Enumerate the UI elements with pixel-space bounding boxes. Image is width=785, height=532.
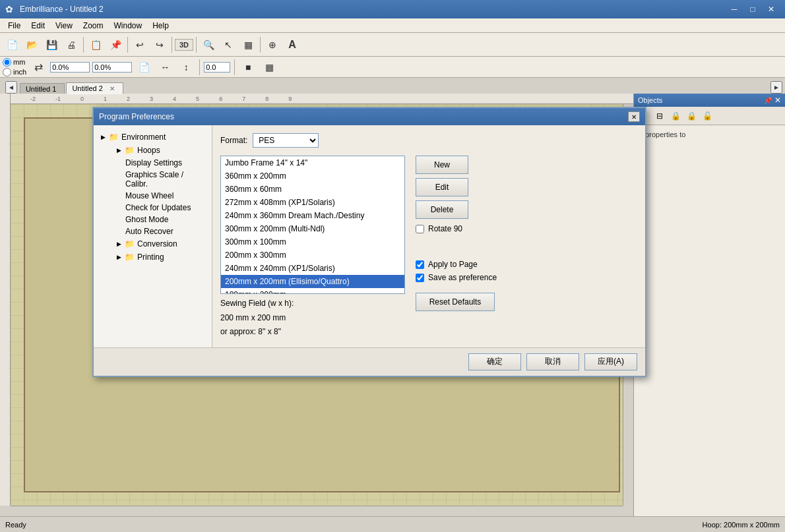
tab-untitled2[interactable]: Untitled 2 ✕	[66, 82, 123, 94]
unit-inch-radio[interactable]	[3, 68, 11, 76]
close-button[interactable]: ✕	[763, 3, 780, 16]
tree-arrow-environment: ▶	[99, 133, 107, 141]
menu-file[interactable]: File	[3, 20, 26, 32]
hoop-item[interactable]: 240mm x 360mm Dream Mach./Destiny	[221, 209, 404, 222]
select-button[interactable]: ↖	[219, 36, 237, 54]
apply-to-page-label: Apply to Page	[428, 260, 478, 269]
unit-mm-radio[interactable]	[3, 58, 11, 67]
new-button[interactable]: 📄	[3, 36, 21, 54]
hoop-item[interactable]: 360mm x 60mm	[221, 183, 404, 196]
stitch-view-button[interactable]: ▦	[239, 36, 257, 54]
objects-panel-label: Objects	[638, 96, 764, 104]
delete-hoop-button[interactable]: Delete	[416, 200, 468, 219]
hoop-item[interactable]: 180mm x 300mm	[221, 288, 404, 294]
hoop-item[interactable]: 300mm x 100mm	[221, 235, 404, 249]
tree-hoops[interactable]: ▶ 📁 Hoops	[96, 144, 209, 157]
tree-mouse-wheel[interactable]: Mouse Wheel	[96, 190, 209, 202]
save-preference-checkbox[interactable]	[416, 274, 424, 282]
tree-display-settings[interactable]: Display Settings	[96, 157, 209, 169]
x-coord-input[interactable]	[50, 62, 90, 73]
tab-untitled1-label: Untitled 1	[26, 85, 56, 93]
page-button[interactable]: 📄	[135, 58, 153, 76]
rotate-label: Rotate 90	[428, 224, 462, 233]
tab-close-icon[interactable]: ✕	[110, 85, 115, 92]
status-hoop: Hoop: 200mm x 200mm	[703, 521, 780, 529]
tree-arrow-printing: ▶	[115, 253, 123, 261]
tab-untitled1[interactable]: Untitled 1	[20, 83, 65, 94]
tree-ghost-mode[interactable]: Ghost Mode	[96, 214, 209, 225]
rotate-row: Rotate 90	[416, 224, 497, 233]
hoop-item[interactable]: 240mm x 240mm (XP1/Solaris)	[221, 262, 404, 275]
redo-button[interactable]: ↪	[150, 36, 169, 54]
new-hoop-button[interactable]: New	[416, 156, 468, 174]
save-button[interactable]: 💾	[42, 36, 61, 54]
grid-btn[interactable]: ▦	[260, 58, 278, 76]
hoop-item[interactable]: 360mm x 200mm	[221, 169, 404, 183]
save-preference-row: Save as preference	[416, 273, 497, 282]
apply-to-page-checkbox[interactable]	[416, 260, 424, 269]
ok-button[interactable]: 确定	[468, 353, 521, 370]
dialog-close-button[interactable]: ✕	[628, 111, 640, 122]
hoop-item[interactable]: 200mm x 200mm (Ellisimo/Quattro)	[221, 275, 404, 288]
print-button[interactable]: 🖨	[62, 36, 80, 54]
panel-lock-btn[interactable]: 🔒	[668, 109, 683, 123]
hoop-item[interactable]: Jumbo Frame 14" x 14"	[221, 156, 404, 169]
tab-untitled2-label: Untitled 2	[72, 84, 102, 92]
tree-check-updates[interactable]: Check for Updates	[96, 202, 209, 214]
objects-panel-title: Objects 📌 ✕	[634, 94, 785, 107]
link-coords-button[interactable]: ⇄	[29, 58, 47, 76]
tree-graphics-scale[interactable]: Graphics Scale / Calibr.	[96, 169, 209, 190]
hoop-item[interactable]: 272mm x 408mm (XP1/Solaris)	[221, 196, 404, 209]
panel-lock2-btn[interactable]: 🔒	[684, 109, 699, 123]
edit-hoop-button[interactable]: Edit	[416, 178, 468, 196]
scroll-horizontal[interactable]	[11, 506, 623, 516]
flip-v-button[interactable]: ↕	[177, 58, 195, 76]
menu-help[interactable]: Help	[147, 20, 174, 32]
tab-left-arrow[interactable]: ◄	[5, 81, 17, 94]
panel-close-button[interactable]: ✕	[774, 96, 781, 105]
panel-pin-icon[interactable]: 📌	[764, 97, 772, 104]
panel-unlock-btn[interactable]: 🔓	[700, 109, 714, 123]
hoop-item[interactable]: 300mm x 200mm (Multi-Ndl)	[221, 222, 404, 235]
open-button[interactable]: 📂	[22, 36, 41, 54]
3d-button[interactable]: 3D	[175, 39, 193, 51]
tree-auto-recover[interactable]: Auto Recover	[96, 225, 209, 237]
hoop-item[interactable]: 200mm x 300mm	[221, 249, 404, 262]
cancel-button[interactable]: 取消	[526, 353, 579, 370]
zoom-button[interactable]: 🔍	[199, 36, 218, 54]
flip-h-button[interactable]: ↔	[156, 58, 174, 76]
rotation-input[interactable]	[204, 62, 230, 73]
menu-edit[interactable]: Edit	[26, 20, 50, 32]
emblem-button[interactable]: ⊕	[263, 36, 282, 54]
reset-defaults-button[interactable]: Reset Defaults	[416, 293, 495, 311]
tree-environment[interactable]: ▶ 📁 Environment	[96, 131, 209, 144]
menu-view[interactable]: View	[50, 20, 78, 32]
black-square-btn[interactable]: ■	[239, 58, 257, 76]
minimize-button[interactable]: ─	[726, 3, 743, 16]
apply-button[interactable]: 应用(A)	[584, 353, 637, 370]
title-bar: ✿ Embrilliance - Untitled 2 ─ □ ✕	[0, 0, 785, 18]
copy-button[interactable]: 📋	[86, 36, 105, 54]
tree-conversion[interactable]: ▶ 📁 Conversion	[96, 237, 209, 251]
undo-button[interactable]: ↩	[131, 36, 149, 54]
hoop-list[interactable]: Jumbo Frame 14" x 14"360mm x 200mm360mm …	[220, 156, 405, 294]
tree-label-recover: Auto Recover	[125, 227, 173, 236]
toolbar-sep-5	[260, 37, 261, 53]
rotate-checkbox[interactable]	[416, 225, 424, 233]
format-select[interactable]: PES DST EXP JEF HUS VIP VP3 XXX	[253, 133, 319, 148]
tree-label-mouse: Mouse Wheel	[125, 191, 173, 200]
dialog-footer: 确定 取消 应用(A)	[94, 347, 645, 376]
panel-remove-btn[interactable]: ⊟	[652, 109, 667, 123]
tree-icon-printing: 📁	[124, 252, 135, 262]
text-button[interactable]: A	[283, 36, 301, 54]
tab-right-arrow[interactable]: ►	[770, 81, 782, 94]
hoops-section: Jumbo Frame 14" x 14"360mm x 200mm360mm …	[220, 156, 637, 340]
menu-window[interactable]: Window	[109, 20, 148, 32]
format-row: Format: PES DST EXP JEF HUS VIP VP3 XXX	[220, 133, 637, 148]
toolbar-sep-4	[196, 37, 197, 53]
paste-button[interactable]: 📌	[106, 36, 125, 54]
tree-printing[interactable]: ▶ 📁 Printing	[96, 251, 209, 264]
y-coord-input[interactable]	[92, 62, 132, 73]
menu-zoom[interactable]: Zoom	[78, 20, 109, 32]
maximize-button[interactable]: □	[744, 3, 761, 16]
